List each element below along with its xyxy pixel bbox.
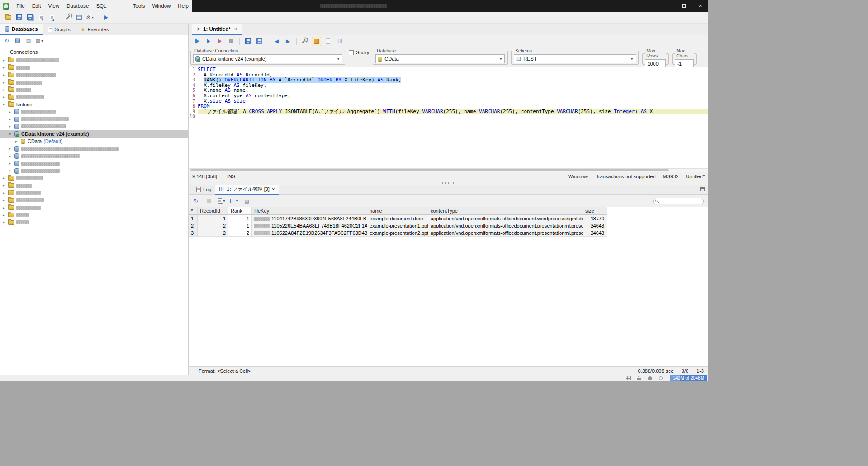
transpose-button[interactable]: ▤	[242, 196, 251, 206]
tree-expand-icon[interactable]: ▸	[3, 191, 8, 195]
cell-rank[interactable]: 2	[228, 229, 252, 237]
cell-size[interactable]: 34643	[583, 222, 607, 229]
tree-item-kintone[interactable]: ▾kintone	[0, 101, 188, 108]
tab-scripts[interactable]: Scripts	[43, 24, 76, 35]
grid-view-button[interactable]: ▾	[229, 196, 239, 206]
editor-line[interactable]: 10	[189, 114, 708, 119]
column-header-name[interactable]: name	[367, 207, 428, 215]
tree-expand-icon[interactable]: ▸	[15, 139, 21, 143]
tree-item-redacted[interactable]: ▸	[0, 79, 188, 86]
editor-line[interactable]: 6 X.contentType AS contentType,	[189, 93, 708, 99]
history-forward-button[interactable]: ▶	[283, 37, 293, 46]
splitter-grip[interactable]	[442, 182, 455, 184]
highlight-toggle-button[interactable]	[312, 37, 321, 46]
tree-expand-icon[interactable]: ▸	[3, 73, 8, 77]
menu-tools[interactable]: Tools	[129, 0, 149, 12]
editor-options-button[interactable]: ▾	[300, 37, 310, 46]
table-view-button[interactable]	[74, 13, 84, 22]
editor-hscrollbar[interactable]	[189, 168, 708, 172]
create-connection-button[interactable]	[14, 37, 22, 45]
tree-expand-icon[interactable]: ▸	[3, 206, 8, 210]
result-search-input[interactable]	[659, 199, 696, 204]
collapse-all-button[interactable]: ▤	[24, 37, 33, 45]
tree-item-redacted[interactable]: ▸	[0, 93, 188, 100]
editor-line[interactable]: 9 `ファイル管理` A CROSS APPLY JSONTABLE(A.`ファ…	[189, 109, 708, 114]
tool-properties-button[interactable]: ⚙▾	[85, 13, 95, 22]
tree-expand-icon[interactable]: ▸	[3, 176, 8, 180]
tree-item-redacted[interactable]: ▸	[0, 182, 188, 189]
sql-editor[interactable]: 1SELECT2 A.RecordId AS RecordId,3 RANK()…	[189, 67, 708, 168]
tree-item-redacted[interactable]: ▸	[0, 71, 188, 79]
cell-contenttype[interactable]: application/vnd.openxmlformats-officedoc…	[428, 215, 583, 222]
tree-expand-icon[interactable]: ▸	[9, 154, 14, 158]
execute-explain-button[interactable]	[215, 37, 224, 46]
menu-database[interactable]: Database	[63, 0, 92, 12]
tab-editor-untitled[interactable]: 1: Untitled* ×	[192, 24, 242, 35]
row-header-cell[interactable]: 3	[189, 229, 198, 237]
row-header-cell[interactable]: 1	[189, 215, 198, 222]
tree-expand-icon[interactable]: ▸	[9, 147, 14, 151]
column-header-corner[interactable]: *	[189, 207, 198, 215]
cell-size[interactable]: 34643	[583, 229, 607, 237]
memory-indicator[interactable]: 140M of 2048M	[670, 375, 708, 381]
reload-grid-button[interactable]: ↻	[191, 196, 201, 206]
cell-recordid[interactable]: 2	[198, 229, 228, 237]
tree-expand-icon[interactable]: ▸	[9, 162, 14, 166]
cell-recordid[interactable]: 1	[198, 215, 228, 222]
tree-item-redacted[interactable]: ▸	[0, 86, 188, 93]
tab-databases[interactable]: Databases	[0, 24, 43, 35]
tree-item-redacted[interactable]: ▸	[0, 197, 188, 204]
scrollbar-thumb[interactable]	[190, 169, 669, 171]
stop-grid-button[interactable]	[204, 196, 213, 206]
save-script-as-button[interactable]	[255, 37, 264, 46]
tree-item-redacted[interactable]: ▸	[0, 160, 188, 167]
tree-item-cdata-kintone-v24-example[interactable]: ▾CData kintone v24 (example)	[0, 130, 188, 138]
column-header-contenttype[interactable]: contentType	[428, 207, 583, 215]
pin-results-button[interactable]	[323, 37, 332, 46]
splitter[interactable]	[189, 181, 708, 185]
menu-window[interactable]: Window	[148, 0, 174, 12]
open-file-button[interactable]	[4, 13, 13, 22]
cell-name[interactable]: example-presentation1.pptx	[367, 222, 428, 229]
driver-manager-button[interactable]	[63, 13, 73, 22]
save-all-button[interactable]	[25, 13, 35, 22]
tree-item-redacted[interactable]: ▸	[0, 204, 188, 211]
stop-button[interactable]	[226, 37, 236, 46]
lock-status-button[interactable]	[636, 376, 642, 380]
notifications-button[interactable]	[647, 376, 653, 380]
cell-contenttype[interactable]: application/vnd.openxmlformats-officedoc…	[428, 222, 583, 229]
tree-expand-icon[interactable]: ▸	[3, 213, 8, 217]
refresh-button[interactable]: ↻	[3, 37, 11, 45]
tree-expand-icon[interactable]: ▸	[3, 81, 8, 85]
export-button[interactable]	[47, 13, 57, 22]
new-sql-commander-button[interactable]	[101, 13, 111, 22]
tab-favorites[interactable]: ★Favorites	[76, 24, 114, 35]
cell-filekey[interactable]: 110522A84F2E19B2634F3FA5C2FF63D434C31924…	[252, 229, 367, 237]
tree-expand-icon[interactable]: ▸	[3, 58, 8, 62]
cell-recordid[interactable]: 2	[198, 222, 228, 229]
tree-item-redacted[interactable]: ▸	[0, 152, 188, 160]
row-header-cell[interactable]: 2	[189, 222, 198, 229]
result-search[interactable]	[653, 198, 704, 204]
save-button[interactable]	[14, 13, 24, 22]
tree-item-redacted[interactable]: ▸	[0, 145, 188, 152]
cell-filekey[interactable]: 11041742B98630D3604E568A8F244B0FB4C5AF25…	[252, 215, 367, 222]
result-tab-1-3[interactable]: 1: ファイル管理 [3]×	[215, 185, 279, 195]
cell-name[interactable]: example-presentation2.pptx	[367, 229, 428, 237]
tree-item-redacted[interactable]: ▸	[0, 57, 188, 64]
tree-expand-icon[interactable]: ▸	[3, 88, 8, 92]
tree-expand-icon[interactable]: ▸	[3, 184, 8, 188]
menu-sql-commander[interactable]: SQL Commander	[92, 0, 129, 12]
column-header-size[interactable]: size	[583, 207, 607, 215]
menu-file[interactable]: File	[13, 0, 28, 12]
tree-item-cdata[interactable]: ▸CData(Default)	[0, 138, 188, 145]
import-button[interactable]	[36, 13, 46, 22]
close-button[interactable]: ×	[692, 0, 708, 12]
tree-item-redacted[interactable]: ▸	[0, 108, 188, 115]
column-header-filekey[interactable]: fileKey	[252, 207, 367, 215]
tree-expand-icon[interactable]: ▸	[9, 110, 14, 114]
cell-size[interactable]: 13770	[583, 215, 607, 222]
tree-item-redacted[interactable]: ▸	[0, 175, 188, 182]
maximize-button[interactable]	[676, 0, 692, 12]
cell-filekey[interactable]: 1105226E54BAA68EF746B18F4620C2F1AEF2BD35…	[252, 222, 367, 229]
